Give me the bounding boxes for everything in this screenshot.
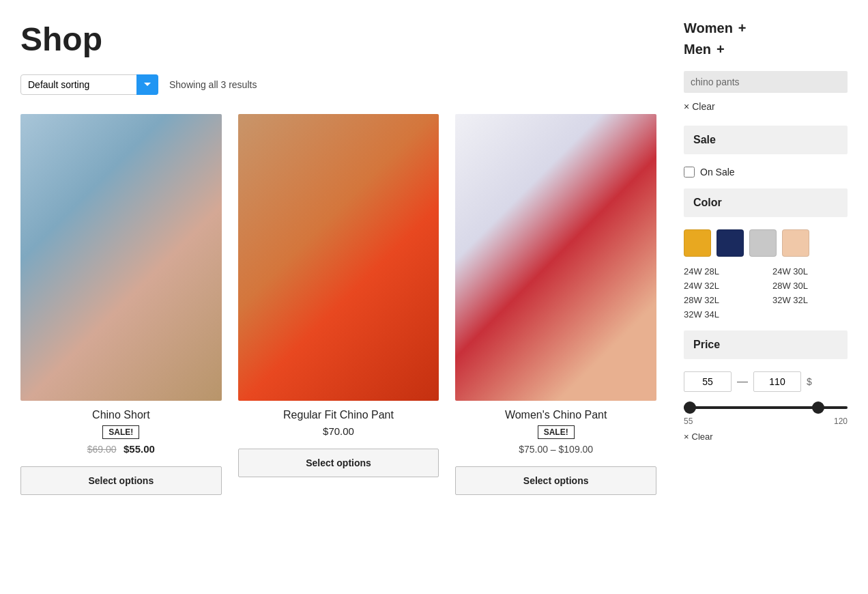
on-sale-text: On Sale bbox=[700, 167, 735, 178]
product-price: $75.00 – $109.00 bbox=[519, 443, 593, 455]
product-name: Regular Fit Chino Pant bbox=[283, 409, 394, 421]
range-labels: 55 120 bbox=[684, 416, 848, 426]
close-icon: × bbox=[684, 432, 689, 442]
product-card: Women's Chino Pant SALE! $75.00 – $109.0… bbox=[455, 114, 656, 495]
category-label: Men bbox=[684, 42, 711, 57]
sale-filter-body: On Sale bbox=[684, 160, 848, 180]
product-image-chino-short bbox=[20, 114, 222, 401]
price-range-slider[interactable] bbox=[684, 401, 848, 414]
sale-badge: SALE! bbox=[102, 425, 139, 439]
price-separator: — bbox=[737, 376, 748, 388]
search-input[interactable] bbox=[684, 71, 848, 93]
color-swatches bbox=[684, 229, 848, 257]
product-card: Regular Fit Chino Pant $70.00 Select opt… bbox=[238, 114, 439, 495]
color-swatch-navy[interactable] bbox=[717, 229, 744, 257]
range-max-label: 120 bbox=[834, 416, 848, 426]
size-filter: 24W 28L 24W 30L 24W 32L 28W 30L 28W 32L … bbox=[684, 259, 848, 322]
price-max-input[interactable] bbox=[753, 371, 801, 392]
product-image-womens-chino bbox=[455, 114, 656, 401]
size-option[interactable]: 28W 32L bbox=[684, 295, 759, 305]
sidebar-item-women[interactable]: Women + bbox=[684, 20, 848, 36]
slider-max-thumb[interactable] bbox=[684, 406, 848, 409]
price-filter-title: Price bbox=[693, 339, 838, 351]
sidebar: Women + Men + × Clear Sale On Sale Color bbox=[684, 20, 848, 495]
price-filter-body: — $ 55 120 × Clear bbox=[684, 365, 848, 444]
sale-filter-title: Sale bbox=[693, 134, 838, 146]
clear-filter-button[interactable]: × Clear bbox=[684, 98, 848, 115]
page-title: Shop bbox=[20, 20, 656, 58]
range-min-label: 55 bbox=[684, 416, 693, 426]
clear-label: Clear bbox=[692, 101, 714, 112]
size-option[interactable]: 24W 32L bbox=[684, 281, 759, 291]
color-swatch-peach[interactable] bbox=[782, 229, 809, 257]
price-filter-section: Price bbox=[684, 330, 848, 359]
size-option[interactable]: 24W 30L bbox=[772, 266, 848, 277]
price-inputs: — $ bbox=[684, 371, 848, 392]
on-sale-checkbox[interactable] bbox=[684, 167, 695, 178]
main-content: Shop Default sortingSort by popularitySo… bbox=[20, 20, 656, 495]
product-card: Chino Short SALE! $69.00 $55.00 Select o… bbox=[20, 114, 222, 495]
color-filter-body bbox=[684, 223, 848, 259]
clear-label: Clear bbox=[692, 432, 713, 442]
price-currency: $ bbox=[807, 376, 812, 387]
sidebar-nav: Women + Men + bbox=[684, 20, 848, 57]
plus-icon: + bbox=[717, 42, 725, 57]
sale-badge: SALE! bbox=[538, 425, 575, 439]
close-icon: × bbox=[684, 101, 689, 112]
product-price: $70.00 bbox=[323, 425, 354, 438]
sale-badge-wrapper: SALE! bbox=[538, 425, 575, 443]
category-label: Women bbox=[684, 20, 733, 36]
price-range: $75.00 – $109.00 bbox=[519, 444, 593, 455]
plus-icon: + bbox=[738, 20, 747, 36]
product-name: Chino Short bbox=[92, 409, 150, 421]
price-clear-button[interactable]: × Clear bbox=[684, 432, 848, 442]
select-options-button[interactable]: Select options bbox=[455, 466, 656, 495]
sale-badge-wrapper: SALE! bbox=[102, 425, 139, 443]
color-swatch-light-gray[interactable] bbox=[749, 229, 777, 257]
select-options-button[interactable]: Select options bbox=[20, 466, 222, 495]
size-option[interactable]: 32W 34L bbox=[684, 309, 759, 320]
sort-select[interactable]: Default sortingSort by popularitySort by… bbox=[20, 74, 158, 95]
price-regular: $70.00 bbox=[323, 425, 354, 437]
size-option[interactable]: 32W 32L bbox=[772, 295, 848, 305]
size-option[interactable]: 28W 30L bbox=[772, 281, 848, 291]
sale-filter-section: Sale bbox=[684, 126, 848, 154]
page-wrapper: Shop Default sortingSort by popularitySo… bbox=[0, 0, 868, 515]
product-image-chino-pant bbox=[238, 114, 439, 401]
price-min-input[interactable] bbox=[684, 371, 732, 392]
price-original: $69.00 bbox=[87, 444, 117, 455]
color-filter-title: Color bbox=[693, 197, 838, 209]
product-name: Women's Chino Pant bbox=[505, 409, 607, 421]
product-grid: Chino Short SALE! $69.00 $55.00 Select o… bbox=[20, 114, 656, 495]
sidebar-item-men[interactable]: Men + bbox=[684, 42, 848, 57]
select-options-button[interactable]: Select options bbox=[238, 449, 439, 477]
size-option[interactable]: 24W 28L bbox=[684, 266, 759, 277]
product-price: $69.00 $55.00 bbox=[87, 443, 155, 455]
color-swatch-yellow[interactable] bbox=[684, 229, 711, 257]
price-sale: $55.00 bbox=[124, 443, 155, 455]
on-sale-label[interactable]: On Sale bbox=[684, 167, 848, 178]
results-count: Showing all 3 results bbox=[169, 79, 257, 90]
toolbar: Default sortingSort by popularitySort by… bbox=[20, 74, 656, 95]
sort-select-wrapper: Default sortingSort by popularitySort by… bbox=[20, 74, 158, 95]
color-filter-section: Color bbox=[684, 188, 848, 217]
